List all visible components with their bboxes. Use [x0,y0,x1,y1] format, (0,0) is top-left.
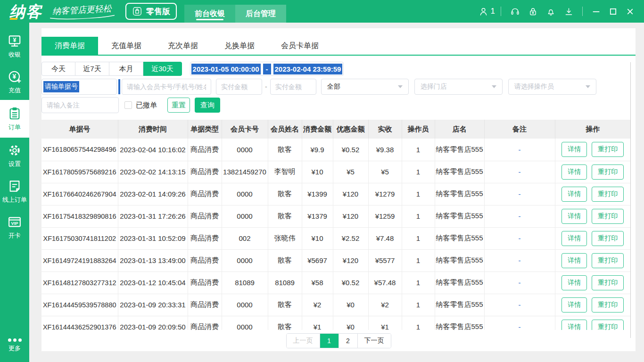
user-icon[interactable] [475,2,493,20]
operator-select-placeholder: 请选择操作员 [514,82,554,91]
reset-button[interactable]: 重置 [167,98,190,113]
cell-card_no: 0000 [222,294,268,316]
date-range-picker[interactable]: 2023-01-05 00:00:00 - 2023-02-04 23:59:5… [190,62,344,76]
orders-table-wrap: 单据号消费时间单据类型会员卡号会员姓名消费金额优惠金额实收操作员店名备注操作XF… [41,120,630,330]
tab-2[interactable]: 充值单据 [98,37,155,55]
table-row: XF161444595395788802023-01-09 20:33:31商品… [41,294,630,316]
sidebar-item-orders[interactable]: 订单 [0,100,29,138]
lock-icon[interactable] [524,2,542,20]
tab-4[interactable]: 兑换单据 [211,37,268,55]
reprint-button[interactable]: 重打印 [592,253,624,268]
detail-button[interactable]: 详情 [561,187,587,202]
cell-remark: - [484,294,555,316]
cell-time: 2023-01-13 13:49:00 [118,249,188,272]
cell-card_no: 002 [222,227,268,249]
cell-operator: 1 [402,183,435,205]
operator-select[interactable]: 请选择操作员 [508,79,596,95]
tab-5[interactable]: 会员卡单据 [268,37,332,55]
detail-button[interactable]: 详情 [561,320,587,330]
date-to-value: 2023-02-04 23:59:59 [273,64,343,74]
type-select[interactable]: 全部 [321,79,409,95]
cell-remark: - [484,249,555,272]
revoked-checkbox[interactable] [124,101,132,109]
edition-badge: 零售版 [125,3,177,20]
minimize-button[interactable] [587,2,604,20]
column-header: 消费时间 [118,120,188,139]
reprint-button[interactable]: 重打印 [592,275,624,290]
store-select[interactable]: 选择门店 [414,79,503,95]
order-no-input[interactable]: 请输单据号 [41,79,117,95]
cell-type: 商品消费 [188,294,222,316]
cell-amount: ¥1399 [302,183,333,205]
reprint-button[interactable]: 重打印 [592,187,624,202]
maximize-button[interactable] [604,2,621,20]
tab-1[interactable]: 消费单据 [41,37,98,55]
close-button[interactable] [621,2,638,20]
app-tagline: 纳客管店更轻松 [49,2,115,20]
sidebar-item-recharge[interactable]: ¥充值 [0,64,29,100]
cell-actions: 详情重打印 [555,183,630,205]
amount-max-input[interactable] [270,79,316,95]
detail-button[interactable]: 详情 [561,231,587,246]
titlebar: 纳客 纳客管店更轻松 零售版 前台收银后台管理 1 [0,0,644,23]
cell-discount: ¥2.52 [333,227,368,249]
cell-actions: 详情重打印 [555,139,630,161]
sidebar-item-vip-card[interactable]: VIP开卡 [0,209,29,245]
date-preset-2[interactable]: 近7天 [75,62,109,76]
cell-paid: ¥2 [368,294,402,316]
sidebar-item-more[interactable]: 更多 [0,333,29,358]
amount-min-input[interactable] [216,79,262,95]
cell-member: 散客 [268,249,302,272]
bell-icon[interactable] [542,2,560,20]
column-header: 备注 [484,120,555,139]
cell-card_no: 0000 [222,249,268,272]
topnav-tab-back-management[interactable]: 后台管理 [235,5,286,23]
detail-button[interactable]: 详情 [561,275,587,290]
page-number-2[interactable]: 2 [339,334,358,348]
reprint-button[interactable]: 重打印 [592,320,624,330]
sidebar-item-label: 订单 [8,123,21,132]
date-preset-3[interactable]: 本月 [109,62,143,76]
cell-amount: ¥10 [302,227,333,249]
remark-input[interactable] [41,97,119,113]
svg-text:¥: ¥ [13,36,17,43]
vertical-scrollbar[interactable] [630,62,631,338]
search-button[interactable]: 查询 [195,98,220,113]
cell-member: 散客 [268,316,302,330]
cell-time: 2023-01-09 20:33:31 [118,294,188,316]
type-select-value: 全部 [327,82,340,91]
amount-range-separator: - [265,83,267,90]
detail-button[interactable]: 详情 [561,253,587,268]
reprint-button[interactable]: 重打印 [592,142,624,157]
headset-icon[interactable] [506,2,524,20]
cashier-icon: ¥ [8,34,22,48]
detail-button[interactable]: 详情 [561,209,587,224]
reprint-button[interactable]: 重打印 [592,297,624,313]
orders-table: 单据号消费时间单据类型会员卡号会员姓名消费金额优惠金额实收操作员店名备注操作XF… [41,120,630,330]
date-preset-4[interactable]: 近30天 [143,62,182,76]
recharge-icon: ¥ [8,70,22,84]
topnav-tab-front-cashier[interactable]: 前台收银 [184,5,235,23]
cell-time: 2023-02-01 14:09:26 [118,183,188,205]
order-no-selected-text: 请输单据号 [43,81,79,92]
member-search-input[interactable] [122,79,211,95]
reprint-button[interactable]: 重打印 [592,209,624,224]
sidebar-item-cashier[interactable]: ¥收银 [0,28,29,64]
prev-page-button[interactable]: 上一页 [287,334,320,348]
detail-button[interactable]: 详情 [561,165,587,180]
detail-button[interactable]: 详情 [561,142,587,157]
download-icon[interactable] [560,2,578,20]
reprint-button[interactable]: 重打印 [592,165,624,180]
sidebar-item-settings[interactable]: 设置 [0,138,29,173]
sidebar-item-label: 线上订单 [2,196,27,204]
reprint-button[interactable]: 重打印 [592,231,624,246]
date-preset-1[interactable]: 今天 [41,62,75,76]
search-filter-row: 请输单据号 - 全部 选择门店 请选择操作员 [41,79,636,95]
tab-3[interactable]: 充次单据 [155,37,211,55]
detail-button[interactable]: 详情 [561,297,587,313]
page-number-1[interactable]: 1 [320,334,339,348]
sidebar-item-online-orders[interactable]: 线上订单 [0,173,29,209]
cell-remark: - [484,316,555,330]
next-page-button[interactable]: 下一页 [358,334,391,348]
date-filter-row: 今天近7天本月近30天 2023-01-05 00:00:00 - 2023-0… [41,62,636,76]
